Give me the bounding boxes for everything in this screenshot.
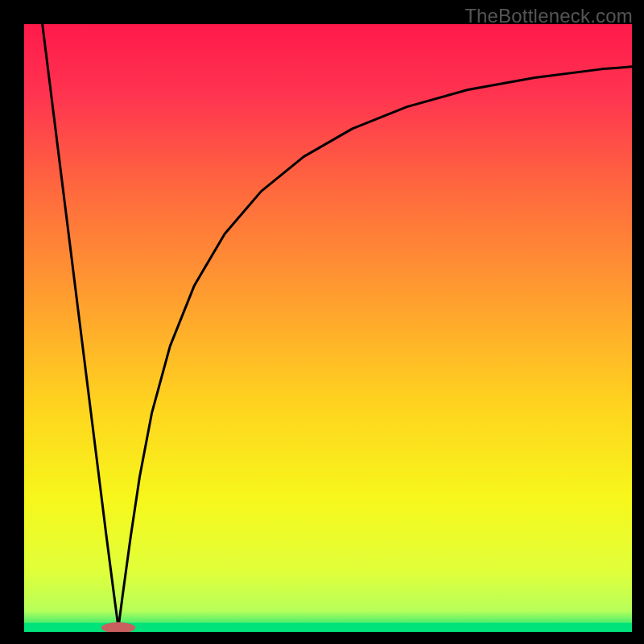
- bottleneck-plot: [24, 24, 632, 632]
- chart-frame: TheBottleneck.com: [0, 0, 644, 644]
- watermark-text: TheBottleneck.com: [464, 5, 633, 27]
- gradient-background: [24, 24, 632, 632]
